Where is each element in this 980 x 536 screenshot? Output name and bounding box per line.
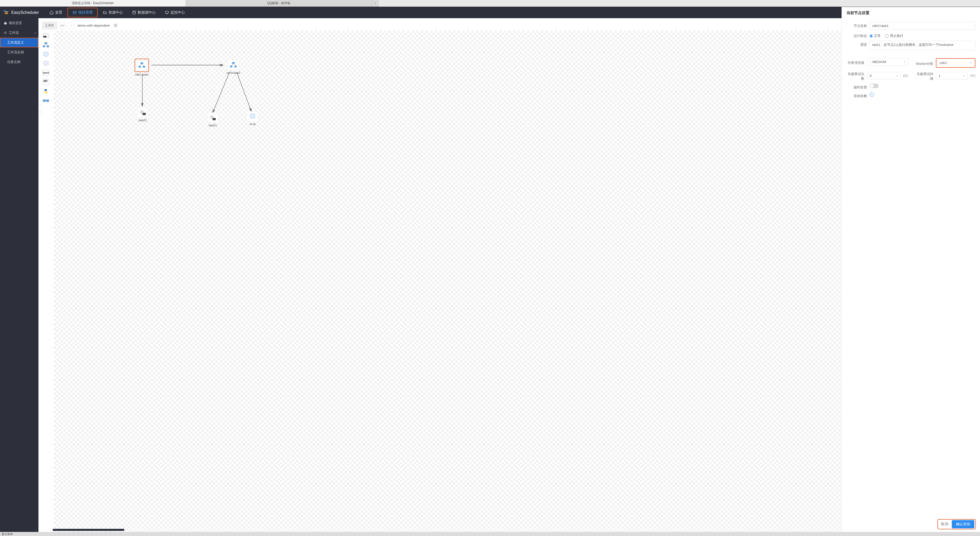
sidebar-workflow-def[interactable]: 工作流定义 — [0, 38, 38, 48]
main-area: 工具栏 </> › demo-with-dependent >_ Spark M… — [38, 18, 379, 209]
database-icon — [132, 11, 136, 14]
nav-datasource[interactable]: 数据源中心 — [127, 7, 160, 18]
node-task21[interactable]: >_ task21 — [202, 113, 223, 127]
project-icon — [73, 11, 77, 14]
node-task11[interactable]: >_ task11 — [132, 107, 153, 122]
svg-rect-9 — [115, 24, 117, 26]
svg-rect-0 — [5, 11, 8, 12]
svg-text:>_: >_ — [143, 113, 145, 115]
toolbar-label: 工具栏 — [42, 22, 57, 29]
sidebar-task-inst[interactable]: 任务实例 — [0, 57, 38, 67]
svg-text:>_: >_ — [213, 118, 215, 120]
toolbar-forward-btn[interactable]: › — [68, 22, 74, 29]
svg-rect-33 — [232, 62, 235, 64]
svg-rect-22 — [46, 100, 49, 102]
copy-icon[interactable] — [113, 24, 118, 28]
svg-line-17 — [46, 44, 48, 46]
logo-icon — [3, 9, 9, 16]
node-cdh3-task2[interactable]: cdh3-task2 — [223, 60, 243, 74]
sidebar-workflow-inst[interactable]: 工作流实例 — [0, 48, 38, 57]
svg-point-4 — [133, 11, 136, 12]
palette-shell[interactable]: >_ — [42, 32, 50, 40]
sidebar-workflow[interactable]: 工作流 ▾ — [0, 28, 38, 38]
brand: EasyScheduler — [3, 9, 45, 16]
canvas-toolbar: 工具栏 </> › demo-with-dependent — [42, 22, 118, 29]
task-palette: >_ Spark MR↓ — [42, 32, 50, 104]
palette-sql[interactable] — [42, 51, 50, 58]
palette-dependent[interactable] — [42, 97, 50, 104]
svg-rect-34 — [230, 66, 232, 67]
svg-rect-8 — [114, 24, 116, 27]
svg-line-26 — [213, 73, 229, 113]
palette-spark[interactable]: Spark — [42, 69, 50, 76]
tab-new[interactable]: + — [372, 0, 379, 6]
svg-line-27 — [237, 73, 251, 111]
node-cdh2-task1[interactable]: cdh2-task1 — [132, 59, 152, 76]
svg-rect-21 — [43, 100, 46, 102]
svg-line-16 — [44, 44, 46, 46]
tab-qqmail[interactable]: QQ邮箱 - 收件箱 — [186, 0, 372, 6]
svg-rect-35 — [234, 66, 237, 67]
home-icon — [49, 11, 54, 14]
nav-monitor[interactable]: 监控中心 — [160, 7, 189, 18]
nav-home[interactable]: 首页 — [45, 7, 67, 18]
nav-project[interactable]: 项目管理 — [67, 8, 98, 17]
svg-line-32 — [142, 64, 144, 66]
svg-line-37 — [233, 64, 235, 66]
sidebar-collapse-handle[interactable]: ‹ — [38, 104, 42, 117]
top-nav: EasyScheduler 首页 项目管理 资源中心 数据源中心 监控中心 — [0, 7, 379, 18]
svg-line-36 — [231, 64, 233, 66]
svg-rect-28 — [140, 62, 143, 64]
svg-point-7 — [5, 32, 6, 33]
folder-icon — [103, 11, 107, 14]
palette-procedure[interactable] — [42, 60, 50, 67]
sidebar-project-home[interactable]: 项目首页 — [0, 18, 38, 28]
svg-line-31 — [140, 64, 142, 66]
svg-rect-2 — [73, 11, 76, 14]
nav-resource[interactable]: 资源中心 — [98, 7, 127, 18]
svg-rect-1 — [5, 13, 8, 14]
monitor-icon — [165, 11, 169, 14]
svg-rect-15 — [47, 46, 49, 48]
palette-python[interactable] — [42, 88, 50, 95]
workflow-name: demo-with-dependent — [78, 24, 110, 27]
sidebar: 项目首页 工作流 ▾ 工作流定义 工作流实例 任务实例 — [0, 18, 38, 209]
palette-subprocess[interactable] — [42, 41, 50, 49]
toolbar-code-btn[interactable]: </> — [59, 22, 66, 29]
node-ck-task[interactable]: ck-ta — [242, 111, 263, 125]
browser-tabbar: 流程定义详情 - EasyScheduler QQ邮箱 - 收件箱 + — [0, 0, 379, 7]
workflow-canvas[interactable]: cdh2-task1 cdh3-task2 >_ task11 >_ task2… — [54, 30, 379, 209]
svg-rect-5 — [165, 11, 169, 13]
svg-rect-30 — [143, 66, 145, 68]
svg-rect-13 — [45, 42, 47, 44]
svg-rect-29 — [138, 66, 141, 68]
home-icon — [3, 21, 7, 25]
svg-text:>_: >_ — [44, 36, 46, 37]
chevron-down-icon: ▾ — [35, 32, 36, 34]
palette-mr[interactable]: MR↓ — [42, 78, 50, 86]
gear-icon — [3, 31, 7, 35]
svg-point-20 — [46, 63, 48, 65]
tab-easyscheduler[interactable]: 流程定义详情 - EasyScheduler — [0, 0, 186, 6]
svg-rect-14 — [43, 46, 45, 48]
